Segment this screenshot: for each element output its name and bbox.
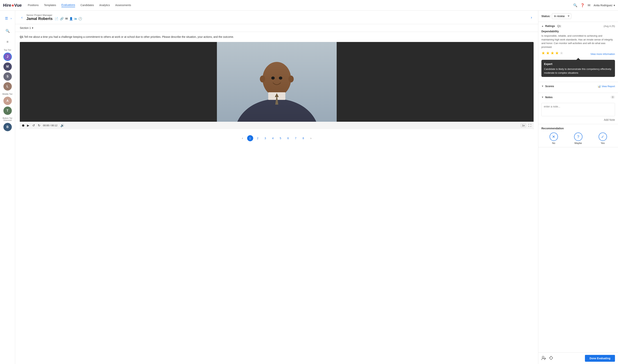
next-page-button[interactable]: › [308,135,314,141]
rec-no-option[interactable]: ✕ No [549,132,558,144]
candidate-name-row: Jamal Roberts 📄 🔗 ✉ 👤 in 🕐 [27,16,529,21]
star-1[interactable]: ★ [541,51,545,56]
add-note-button[interactable]: Add Note [604,118,615,121]
list-view-icon[interactable]: ☰ [3,15,10,22]
rec-maybe-option[interactable]: ? Maybe [574,132,582,144]
svg-point-10 [288,76,294,82]
rec-no-label: No [552,142,555,144]
done-evaluating-button[interactable]: Done Evaluating [585,355,615,362]
svg-point-14 [550,357,551,357]
sidebar-sort-icon[interactable]: ≡ [5,38,10,45]
progress-indicator [22,124,24,127]
nav-positions[interactable]: Positions [28,4,39,7]
tooltip-title: Expert [544,62,612,66]
page-2-button[interactable]: 2 [255,135,261,141]
candidate-header: ‹ Senior Project Manager Jamal Roberts 📄… [15,11,538,24]
candidate-avatar-4[interactable]: L [3,82,12,91]
star-3[interactable]: ★ [550,51,554,56]
page-5-button[interactable]: 5 [277,135,284,141]
notes-chevron-icon: ▼ [541,96,544,99]
status-select[interactable]: In review Pending Reviewed Hired Rejecte… [552,13,571,19]
notes-count: 0 [611,95,615,99]
fullscreen-button[interactable]: ⛶ [528,124,531,127]
ratings-chevron-icon: ▲ [541,25,544,27]
link-icon[interactable]: 🔗 [60,17,64,21]
star-2[interactable]: ★ [546,51,550,56]
user-menu[interactable]: Anita Rodriguez ▾ [593,4,615,7]
page-3-button[interactable]: 3 [262,135,268,141]
volume-icon[interactable]: 🔊 [60,124,64,127]
linkedin-icon[interactable]: in [74,17,77,20]
ratings-title: Ratings [545,25,555,27]
rec-yes-option[interactable]: ✓ Yes [599,132,607,144]
page-7-button[interactable]: 7 [293,135,299,141]
nav-analytics[interactable]: Analytics [99,4,110,7]
profile-icon[interactable]: 👤 [69,17,73,21]
main-layout: ☰ › 🔍 ≡ Top Tier J M S L Middle Tier A [0,11,618,364]
rec-yes-circle: ✓ [599,132,607,141]
scores-header[interactable]: ▼ Scores 📊 View Report [541,85,615,88]
sidebar-expand-icon[interactable]: › [11,17,12,20]
email-icon[interactable]: ✉ [65,17,68,21]
status-bar: Status: In review Pending Reviewed Hired… [538,11,618,22]
candidate-avatar-3[interactable]: S [3,72,12,81]
candidate-avatar-2[interactable]: M [3,63,12,71]
bottom-tier-section: Bottom TierUnscored B [0,116,15,132]
notes-header[interactable]: ▼ Notes 0 [541,95,615,99]
view-more-link[interactable]: View more information [591,52,615,55]
recommendation-section: Recommendation ✕ No ? Maybe ✓ Yes [538,124,618,147]
competency-description: Is responsible, reliable, and committed … [541,34,615,49]
page-6-button[interactable]: 6 [285,135,291,141]
star-rating[interactable]: ★ ★ ★ ★ ★ [541,51,563,56]
nav-candidates[interactable]: Candidates [80,4,94,7]
video-container: ▶ ↺ ↻ 00:00 / 00:12 🔊 1x ⛶ [20,42,534,129]
rec-no-circle: ✕ [549,132,558,141]
candidate-avatar-1[interactable]: J [3,52,12,61]
view-report-link[interactable]: 📊 View Report [598,85,615,88]
add-user-icon[interactable] [541,356,546,361]
speed-button[interactable]: 1x [521,123,526,127]
sidebar-search-icon[interactable]: 🔍 [4,27,11,35]
forward-button[interactable]: ↻ [38,123,41,128]
section-selector[interactable]: Section 1 ▾ [20,26,534,29]
notes-section: ▼ Notes 0 Add Note [538,93,618,124]
page-4-button[interactable]: 4 [270,135,276,141]
tag-icon[interactable] [549,356,553,361]
logo-text: Hire★Vue [3,3,22,8]
section-label: Section 1 [20,26,31,29]
candidate-role: Senior Project Manager [27,14,529,16]
help-icon[interactable]: ❓ [580,3,585,7]
resume-icon[interactable]: 📄 [55,17,58,21]
candidate-info: Senior Project Manager Jamal Roberts 📄 🔗… [27,14,529,21]
tooltip-body: Candidate is likely to demonstrate this … [544,68,611,74]
ratings-header[interactable]: ▲ Ratings Q1: (Avg 4.25) [541,25,615,27]
top-tier-section: Top Tier J M S L [0,47,15,91]
next-candidate-button[interactable]: › [529,14,534,20]
star-4[interactable]: ★ [555,51,559,56]
page-8-button[interactable]: 8 [300,135,306,141]
note-input[interactable] [541,103,615,116]
section-bar: Section 1 ▾ [15,24,538,32]
svg-point-11 [542,356,544,358]
right-panel: Status: In review Pending Reviewed Hired… [538,11,618,364]
candidate-avatar-6[interactable]: T [3,106,12,115]
play-button[interactable]: ▶ [27,123,30,128]
view-report-label: View Report [602,85,615,88]
page-1-button[interactable]: 1 [247,135,253,141]
video-frame [20,42,534,122]
nav-templates[interactable]: Templates [44,4,56,7]
nav-assessments[interactable]: Assessments [115,4,131,7]
prev-page-button[interactable]: ‹ [240,135,246,141]
star-5[interactable]: ★ [560,51,563,56]
prev-candidate-button[interactable]: ‹ [20,14,24,20]
search-icon[interactable]: 🔍 [573,3,577,7]
question-number: Q1 [20,35,23,38]
add-note-area: Add Note [541,118,615,121]
clock-icon[interactable]: 🕐 [78,17,82,21]
candidate-avatar-5[interactable]: A [3,97,12,105]
rewind-button[interactable]: ↺ [32,123,35,128]
candidate-avatar-7[interactable]: B [3,123,12,131]
pagination: ‹ 1 2 3 4 5 6 7 8 › [20,132,534,144]
nav-evaluations[interactable]: Evaluations [61,3,75,7]
notification-icon[interactable]: ✉ [588,3,591,7]
